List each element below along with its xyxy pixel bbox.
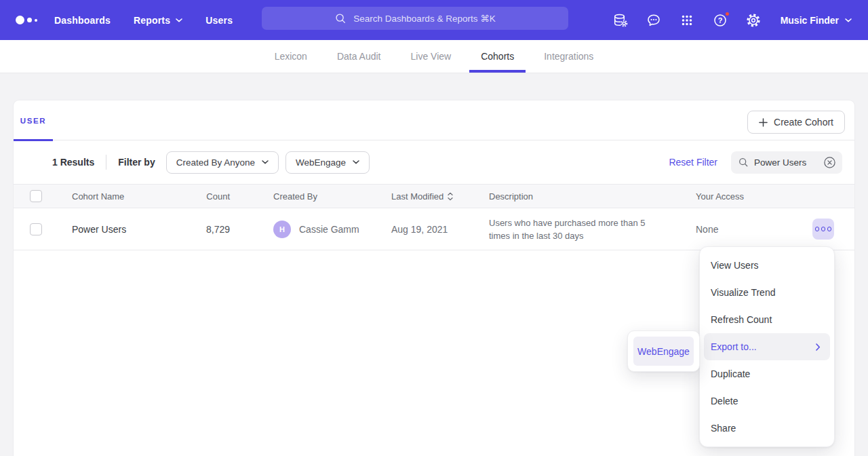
- mixpanel-logo-icon[interactable]: [16, 16, 54, 24]
- submenu-item-webengage[interactable]: WebEngage: [633, 337, 694, 366]
- top-nav-links: Dashboards Reports Users: [54, 15, 233, 26]
- data-management-tabs: Lexicon Data Audit Live View Cohorts Int…: [0, 40, 868, 73]
- data-management-icon[interactable]: [612, 12, 629, 28]
- menu-item-share[interactable]: Share: [700, 415, 834, 442]
- tab-integrations[interactable]: Integrations: [532, 40, 605, 73]
- cohort-search-input[interactable]: [754, 157, 818, 168]
- cohort-count: 8,729: [178, 224, 230, 235]
- search-icon: [738, 157, 749, 168]
- create-cohort-button[interactable]: Create Cohort: [747, 111, 845, 134]
- filter-by-label: Filter by: [118, 157, 155, 168]
- reset-filter-link[interactable]: Reset Filter: [669, 157, 717, 168]
- nav-item-label: Reports: [134, 15, 170, 26]
- col-created-by: Created By: [230, 191, 391, 202]
- project-name: Music Finder: [781, 15, 839, 26]
- export-submenu: WebEngage: [627, 330, 700, 372]
- col-count: Count: [178, 191, 230, 202]
- col-your-access: Your Access: [696, 191, 744, 202]
- table-header-row: Cohort Name Count Created By Last Modifi…: [14, 184, 854, 208]
- results-count: 1 Results: [52, 157, 94, 168]
- created-by-dropdown[interactable]: Created By Anyone: [166, 151, 279, 174]
- apps-grid-icon[interactable]: [679, 12, 695, 28]
- menu-item-duplicate[interactable]: Duplicate: [700, 360, 834, 387]
- cohort-search-box: [731, 151, 842, 174]
- help-icon[interactable]: ?: [712, 12, 728, 28]
- settings-gear-icon[interactable]: [745, 12, 762, 28]
- nav-item-dashboards[interactable]: Dashboards: [54, 15, 111, 26]
- project-switcher[interactable]: Music Finder: [781, 15, 852, 26]
- nav-item-label: Dashboards: [54, 15, 111, 26]
- plus-icon: [759, 118, 768, 127]
- tab-user-cohorts[interactable]: USER: [14, 100, 53, 140]
- divider: [106, 155, 106, 170]
- select-all-checkbox[interactable]: [30, 190, 42, 202]
- menu-item-delete[interactable]: Delete: [700, 387, 834, 415]
- chevron-down-icon: [176, 18, 182, 22]
- integration-filter-dropdown[interactable]: WebEngage: [285, 151, 370, 174]
- nav-item-users[interactable]: Users: [205, 15, 233, 26]
- tab-cohorts[interactable]: Cohorts: [469, 40, 526, 73]
- clear-search-icon[interactable]: [823, 156, 836, 169]
- chevron-down-icon: [262, 160, 269, 164]
- last-modified-date: Aug 19, 2021: [391, 224, 489, 235]
- global-search-placeholder: Search Dashboards & Reports ⌘K: [353, 13, 495, 24]
- top-nav-right: ? Music Finder: [612, 0, 852, 40]
- row-actions-button[interactable]: [812, 218, 834, 240]
- row-checkbox[interactable]: [30, 223, 42, 235]
- nav-item-reports[interactable]: Reports: [134, 15, 182, 26]
- chevron-down-icon: [845, 18, 852, 22]
- access-value: None: [696, 224, 718, 235]
- chevron-right-icon: [816, 343, 821, 351]
- tab-data-audit[interactable]: Data Audit: [326, 40, 393, 73]
- menu-item-refresh-count[interactable]: Refresh Count: [700, 306, 834, 333]
- search-icon: [334, 12, 347, 24]
- filter-bar: 1 Results Filter by Created By Anyone We…: [14, 140, 854, 184]
- sort-last-modified[interactable]: Last Modified: [391, 191, 453, 202]
- panel-header: USER Create Cohort: [14, 100, 854, 140]
- nav-item-label: Users: [205, 15, 233, 26]
- menu-item-export-to[interactable]: Export to...: [704, 333, 830, 360]
- menu-item-visualize-trend[interactable]: Visualize Trend: [700, 279, 834, 306]
- feedback-message-icon[interactable]: [646, 12, 662, 28]
- notification-badge: [724, 11, 730, 17]
- menu-item-view-users[interactable]: View Users: [700, 252, 834, 279]
- tab-lexicon[interactable]: Lexicon: [263, 40, 319, 73]
- tab-live-view[interactable]: Live View: [399, 40, 463, 73]
- sort-icon: [448, 192, 453, 201]
- col-cohort-name: Cohort Name: [56, 191, 178, 202]
- avatar: H: [273, 221, 291, 238]
- created-by-name: Cassie Gamm: [299, 224, 359, 235]
- row-actions-menu: View Users Visualize Trend Refresh Count…: [699, 246, 835, 447]
- top-nav: Dashboards Reports Users Search Dashboar…: [0, 0, 868, 40]
- chevron-down-icon: [353, 160, 359, 164]
- cohort-row[interactable]: Power Users 8,729 H Cassie Gamm Aug 19, …: [14, 208, 854, 250]
- svg-text:?: ?: [717, 16, 722, 24]
- cohort-name: Power Users: [56, 224, 178, 235]
- col-description: Description: [489, 191, 682, 202]
- cohort-description: Users who have purchased more than 5 tim…: [489, 216, 657, 242]
- global-search-bar[interactable]: Search Dashboards & Reports ⌘K: [262, 7, 568, 30]
